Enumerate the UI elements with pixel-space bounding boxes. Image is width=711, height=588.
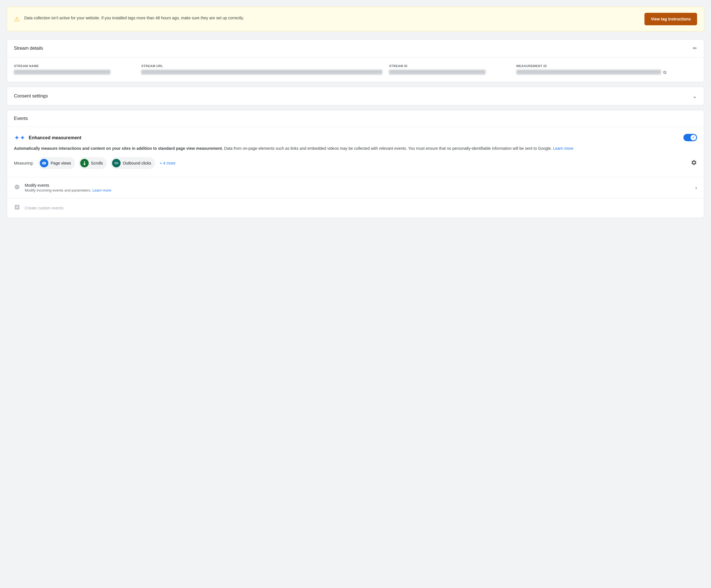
events-header: Events [7,110,704,127]
scrolls-icon [80,159,89,167]
stream-id-field: STREAM ID [389,64,510,75]
edit-icon[interactable]: ✏ [693,45,697,51]
warning-text: Data collection isn't active for your we… [24,15,244,21]
enhanced-measurement-learn-more[interactable]: Learn more [553,146,574,151]
warning-icon: ⚠ [14,16,20,23]
stream-details-header: Stream details ✏ [7,40,704,58]
warning-banner: ⚠ Data collection isn't active for your … [7,7,704,31]
create-custom-events-section[interactable]: Create custom events [7,198,704,218]
em-title: Enhanced measurement [29,135,81,140]
measuring-row: Measuring: Page views Scrolls [14,156,697,170]
modify-events-subtitle: Modify incoming events and parameters. L… [25,188,111,193]
modify-events-title: Modify events [25,183,111,187]
outbound-clicks-label: Outbound clicks [123,161,151,165]
page-views-icon [40,159,48,167]
stream-url-field: STREAM URL [141,64,382,75]
toggle-container[interactable]: ✓ [684,134,697,141]
modify-events-text: Modify events Modify incoming events and… [25,183,111,193]
sparkle-icon: ✦✦ [14,134,25,142]
modify-events-left: Modify events Modify incoming events and… [14,183,111,193]
stream-name-label: STREAM NAME [14,64,134,68]
stream-name-field: STREAM NAME [14,64,134,75]
view-tag-instructions-button[interactable]: View tag instructions [644,13,697,25]
enhanced-measurement-section: ✦✦ Enhanced measurement ✓ Automatically … [7,127,704,177]
toggle-check-icon: ✓ [692,136,695,139]
enhanced-measurement-toggle[interactable]: ✓ [684,134,697,141]
outbound-clicks-chip[interactable]: Outbound clicks [110,157,155,169]
measuring-settings-icon[interactable] [691,159,697,167]
measurement-id-field: MEASUREMENT ID ⧉ [516,64,697,75]
stream-details-card: Stream details ✏ STREAM NAME STREAM URL … [7,39,704,82]
create-events-icon [14,204,20,212]
page-views-chip[interactable]: Page views [38,157,75,169]
stream-details-title: Stream details [14,46,43,51]
events-card: Events ✦✦ Enhanced measurement ✓ A [7,110,704,218]
consent-settings-header[interactable]: Consent settings ⌄ [7,87,704,105]
em-header-row: ✦✦ Enhanced measurement ✓ [14,134,697,142]
em-description-rest: Data from on-page elements such as links… [223,146,552,151]
copy-icon[interactable]: ⧉ [663,70,666,75]
create-custom-events-title: Create custom events [25,206,63,210]
consent-chevron-icon[interactable]: ⌄ [692,93,697,99]
page-views-label: Page views [51,161,71,165]
measurement-id-label: MEASUREMENT ID [516,64,697,68]
measuring-label: Measuring: [14,161,34,165]
modify-events-learn-more[interactable]: Learn more [92,188,111,193]
stream-name-value [14,70,110,75]
consent-settings-card: Consent settings ⌄ [7,87,704,106]
stream-url-label: STREAM URL [141,64,382,68]
scrolls-chip[interactable]: Scrolls [79,157,107,169]
outbound-clicks-icon [112,159,121,167]
more-events-link[interactable]: + 4 more [159,161,175,165]
measurement-id-value [516,70,661,75]
events-title: Events [14,116,28,121]
modify-events-chevron[interactable]: › [695,184,697,191]
consent-settings-title: Consent settings [14,93,48,98]
stream-details-body: STREAM NAME STREAM URL STREAM ID MEASURE… [7,58,704,82]
stream-url-value [141,70,382,75]
modify-events-icon [14,184,20,192]
stream-id-value [389,70,486,75]
em-title-area: ✦✦ Enhanced measurement [14,134,81,142]
modify-events-section[interactable]: Modify events Modify incoming events and… [7,177,704,198]
scrolls-label: Scrolls [91,161,103,165]
em-description-bold: Automatically measure interactions and c… [14,146,223,151]
warning-left: ⚠ Data collection isn't active for your … [14,15,638,23]
stream-id-label: STREAM ID [389,64,510,68]
em-description: Automatically measure interactions and c… [14,145,697,152]
